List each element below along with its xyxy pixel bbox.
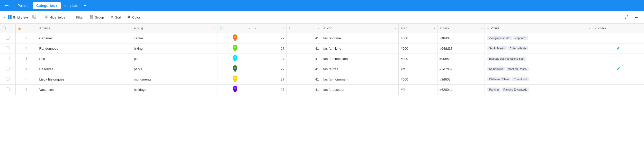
color2-col-expand-icon[interactable]: ▾ <box>481 27 482 30</box>
cell-num1[interactable]: 27 <box>252 64 287 74</box>
cell-color1[interactable]: #000 <box>399 54 437 64</box>
num1-col-expand-icon[interactable]: ▾ <box>283 27 284 30</box>
cell-color1[interactable]: #000 <box>399 43 437 54</box>
header-points[interactable]: ⇌ Points ▾ <box>485 24 592 33</box>
point-tag[interactable]: Rancho Encantado <box>502 87 529 92</box>
row-checkbox[interactable] <box>6 87 10 91</box>
cell-name[interactable]: Cabanes <box>37 33 132 43</box>
checkmark-col-expand-icon[interactable]: ▾ <box>640 27 642 30</box>
row-checkbox-cell[interactable] <box>0 74 15 84</box>
row-checkbox[interactable] <box>6 67 10 70</box>
row-checkbox-cell[interactable] <box>0 64 15 74</box>
point-tag[interactable]: Château d'Illens <box>487 77 511 81</box>
cell-color2[interactable]: #ff6d00 <box>437 33 485 43</box>
header-color2[interactable]: A back... ▾ <box>437 24 485 33</box>
cell-name[interactable]: POI <box>37 54 132 64</box>
add-tab-button[interactable]: + <box>82 2 89 10</box>
cell-num2[interactable]: 41 <box>287 54 321 64</box>
cell-pin-image[interactable] <box>218 43 252 54</box>
row-checkbox[interactable] <box>6 46 10 50</box>
header-checkbox-box[interactable] <box>2 26 6 30</box>
cell-checkmark[interactable] <box>592 74 644 84</box>
nav-tab-categories[interactable]: Categories ▾ <box>33 2 61 9</box>
cell-slug[interactable]: parks <box>132 64 218 74</box>
cell-num1[interactable]: 27 <box>252 54 287 64</box>
num2-col-expand-icon[interactable]: ▾ <box>318 27 319 30</box>
row-checkbox[interactable] <box>6 57 10 60</box>
cell-slug[interactable]: holidays <box>132 84 218 95</box>
cell-color2[interactable]: #64dd17 <box>437 43 485 54</box>
row-checkbox[interactable] <box>6 77 10 81</box>
header-color1[interactable]: A co... ▾ <box>399 24 437 33</box>
cell-points[interactable]: KalberweidMont du Rosel- <box>485 64 592 74</box>
cell-num2[interactable]: 41 <box>287 64 321 74</box>
toolbar-chevron-icon[interactable]: ▾ <box>3 15 7 20</box>
cell-slug[interactable]: monuments <box>132 74 218 84</box>
cell-pin-image[interactable] <box>218 33 252 43</box>
header-icon[interactable]: A icon ▾ <box>321 24 398 33</box>
img-col-expand-icon[interactable]: ▾ <box>249 27 250 30</box>
cell-color1[interactable]: #fff <box>399 64 437 74</box>
more-options-button[interactable]: ••• <box>632 14 641 21</box>
cell-color2[interactable]: #2e7d32 <box>437 64 485 74</box>
row-height-button[interactable] <box>612 14 621 21</box>
cell-slug[interactable]: poi <box>132 54 218 64</box>
header-img[interactable]: 📄 ... ▾ <box>218 24 252 33</box>
cell-num2[interactable]: 41 <box>287 84 321 95</box>
point-tag[interactable]: Sankt Martin <box>487 46 507 50</box>
cell-pin-image[interactable] <box>218 54 252 64</box>
cell-num1[interactable]: 27 <box>252 74 287 84</box>
cell-pin-image[interactable] <box>218 84 252 95</box>
cell-checkmark[interactable]: ✔ <box>592 43 644 54</box>
nav-tab-points[interactable]: Points <box>13 2 32 9</box>
cell-num1[interactable]: 27 <box>252 84 287 95</box>
cell-points[interactable]: Sankt MartinCufercalhütte <box>485 43 592 54</box>
header-num1[interactable]: # ... ▾ <box>252 24 287 33</box>
color1-col-expand-icon[interactable]: ▾ <box>434 27 435 30</box>
sort-button[interactable]: Sort <box>108 14 124 21</box>
cell-num1[interactable]: 27 <box>252 33 287 43</box>
row-checkbox-cell[interactable] <box>0 43 15 54</box>
cell-checkmark[interactable] <box>592 33 644 43</box>
name-col-expand-icon[interactable]: ▾ <box>128 27 130 30</box>
row-checkbox-cell[interactable] <box>0 54 15 64</box>
cell-name[interactable]: Réserves <box>37 64 132 74</box>
points-col-expand-icon[interactable]: ▾ <box>589 27 590 30</box>
cell-color2[interactable]: #6200ea <box>437 84 485 95</box>
cell-name[interactable]: Randonnées <box>37 43 132 54</box>
row-checkbox-cell[interactable] <box>0 84 15 95</box>
cell-points[interactable]: ParkingRancho Encantado <box>485 84 592 95</box>
cell-icon[interactable]: fas fa-monument <box>321 74 398 84</box>
cell-pin-image[interactable] <box>218 74 252 84</box>
cell-num2[interactable]: 41 <box>287 33 321 43</box>
hide-fields-button[interactable]: Hide fields <box>42 14 68 21</box>
filter-button[interactable]: Filter <box>69 14 86 21</box>
cell-icon[interactable]: fas fa-tree <box>321 64 398 74</box>
point-tag[interactable]: Zapporth <box>513 36 528 40</box>
cell-checkmark[interactable] <box>592 84 644 95</box>
cell-num2[interactable]: 41 <box>287 43 321 54</box>
cell-color1[interactable]: #000 <box>399 33 437 43</box>
cell-num1[interactable]: 27 <box>252 43 287 54</box>
point-tag[interactable]: Tumulus d <box>512 77 529 81</box>
users-icon[interactable] <box>30 14 38 21</box>
group-button[interactable]: Group <box>87 14 106 21</box>
point-tag[interactable]: Mont du Rosel- <box>506 67 529 71</box>
cell-icon[interactable]: fas fa-home <box>321 33 398 43</box>
point-tag[interactable]: Zwinglipasshütte <box>487 36 512 40</box>
row-checkbox[interactable] <box>6 36 10 40</box>
cell-name[interactable]: Lieux historiques <box>37 74 132 84</box>
cell-num2[interactable]: 41 <box>287 74 321 84</box>
cell-checkmark[interactable]: ✔ <box>592 64 644 74</box>
header-num2[interactable]: # ... ▾ <box>287 24 321 33</box>
row-checkbox-cell[interactable] <box>0 33 15 43</box>
cell-slug[interactable]: cabins <box>132 33 218 43</box>
point-tag[interactable]: Kalberweid <box>487 67 505 71</box>
cell-points[interactable]: ZwinglipasshütteZapporth <box>485 33 592 43</box>
cell-color2[interactable]: #ffd600 <box>437 74 485 84</box>
cell-icon[interactable]: fas fa-binoculars <box>321 54 398 64</box>
cell-points[interactable]: Château d'IllensTumulus d <box>485 74 592 84</box>
cell-icon[interactable]: fas fa-hiking <box>321 43 398 54</box>
point-tag[interactable]: Bivouac des Pantalons Blan <box>487 57 526 61</box>
header-checkbox[interactable] <box>0 24 15 33</box>
